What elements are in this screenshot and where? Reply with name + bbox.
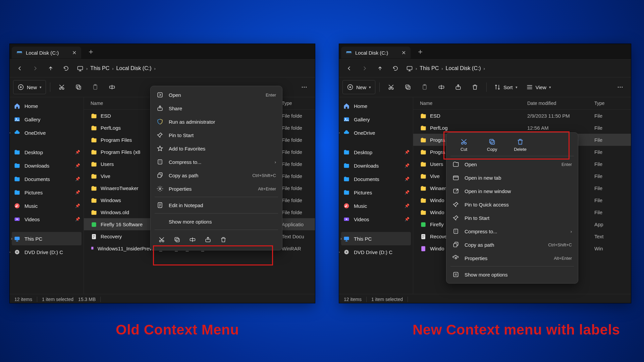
forward-button[interactable] — [357, 61, 372, 76]
back-button[interactable] — [12, 61, 27, 76]
ctx-compress[interactable]: Compress to... › — [153, 155, 280, 169]
sidebar-item-desktop[interactable]: Desktop 📌 — [339, 145, 413, 159]
sidebar: Home Gallery › OneDrive Desktop 📌 — [10, 97, 84, 294]
sidebar-item-onedrive[interactable]: › OneDrive — [10, 126, 84, 139]
sidebar-item-music[interactable]: Music 📌 — [10, 199, 84, 213]
breadcrumb-thispc[interactable]: This PC — [420, 65, 439, 71]
sidebar-item-pictures[interactable]: Pictures 📌 — [10, 186, 84, 199]
sidebar-item-dvd[interactable]: › DVD Drive (D:) C — [10, 245, 84, 259]
ctx-cut-labeled[interactable]: Cut — [454, 138, 474, 152]
sidebar-item-documents[interactable]: Documents 📌 — [339, 172, 413, 186]
tab-active[interactable]: Local Disk (C:) ✕ — [12, 47, 81, 59]
ctx-compress[interactable]: Compress to... › — [448, 225, 576, 238]
breadcrumb-drive[interactable]: Local Disk (C:) — [446, 65, 481, 71]
breadcrumb-thispc[interactable]: This PC — [90, 65, 109, 71]
cut-button[interactable] — [384, 80, 398, 94]
ctx-delete-icon[interactable] — [218, 234, 229, 245]
ctx-share[interactable]: Share — [153, 102, 280, 115]
tab-active[interactable]: Local Disk (C:) ✕ — [341, 47, 411, 59]
ctx-pin-start[interactable]: Pin to Start — [448, 211, 576, 225]
rename-button[interactable] — [434, 80, 449, 94]
ctx-add-favorites[interactable]: Add to Favorites — [153, 142, 280, 155]
ctx-pin-quick-access[interactable]: Pin to Quick access — [448, 198, 576, 211]
ctx-cut-icon[interactable] — [156, 234, 167, 245]
sidebar-item-downloads[interactable]: Downloads 📌 — [10, 159, 84, 172]
svg-rect-21 — [92, 222, 96, 227]
sidebar-item-gallery[interactable]: Gallery — [339, 113, 413, 126]
header-date[interactable]: Date modified — [527, 101, 594, 106]
header-name[interactable]: Name — [413, 101, 527, 106]
sidebar-item-home[interactable]: Home — [339, 99, 413, 113]
sidebar-item-home[interactable]: Home — [10, 99, 84, 113]
sort-button[interactable]: Sort ▾ — [491, 80, 521, 94]
breadcrumb[interactable]: › This PC › Local Disk (C:) › — [77, 65, 156, 72]
new-button[interactable]: New ▾ — [342, 80, 375, 94]
new-tab-button[interactable]: ＋ — [87, 47, 95, 57]
ctx-delete-labeled[interactable]: Delete — [510, 138, 530, 152]
sidebar-item-documents[interactable]: Documents 📌 — [10, 172, 84, 186]
ctx-copy-path[interactable]: Copy as path Ctrl+Shift+C — [153, 169, 280, 182]
paste-button[interactable] — [417, 80, 432, 94]
sidebar-item-pictures[interactable]: Pictures 📌 — [339, 186, 413, 199]
sidebar-item-dvd[interactable]: › DVD Drive (D:) C — [339, 245, 413, 259]
ctx-properties[interactable]: Properties Alt+Enter — [153, 182, 280, 195]
ctx-copy-labeled[interactable]: Copy — [482, 138, 502, 152]
sidebar-item-thispc[interactable]: › This PC — [12, 232, 82, 245]
ctx-open-tab[interactable]: Open in new tab — [448, 171, 576, 184]
file-name: Windo — [430, 197, 444, 203]
view-button[interactable]: View ▾ — [523, 80, 554, 94]
sidebar-item-onedrive[interactable]: › OneDrive — [339, 126, 413, 139]
ctx-properties[interactable]: Properties Alt+Enter — [448, 251, 576, 265]
ctx-open-window[interactable]: Open in new window — [448, 184, 576, 198]
new-tab-button[interactable]: ＋ — [417, 47, 424, 57]
sidebar-item-label: Music — [354, 203, 367, 209]
ctx-pin-start[interactable]: Pin to Start — [153, 128, 280, 142]
ctx-edit-notepad[interactable]: Edit in Notepad — [153, 198, 280, 212]
ctx-run-admin[interactable]: Run as administrator — [153, 115, 280, 128]
cut-button[interactable] — [54, 80, 69, 94]
sidebar-item-label: Videos — [24, 217, 40, 222]
close-icon[interactable]: ✕ — [401, 50, 406, 56]
ctx-show-more[interactable]: Show more options — [153, 215, 280, 228]
close-icon[interactable]: ✕ — [72, 50, 76, 56]
breadcrumb-drive[interactable]: Local Disk (C:) — [116, 65, 152, 71]
forward-button[interactable] — [28, 61, 43, 76]
table-row[interactable]: PerfLog 12:56 AM File — [413, 122, 631, 134]
ctx-show-more[interactable]: Show more options — [448, 268, 576, 281]
copy-button[interactable] — [71, 80, 86, 94]
share-button[interactable] — [451, 80, 466, 94]
table-row[interactable]: ESD 2/9/2023 11:50 PM File — [413, 110, 631, 122]
breadcrumb[interactable]: › This PC › Local Disk (C:) › — [406, 65, 485, 72]
sidebar-item-downloads[interactable]: Downloads 📌 — [339, 159, 413, 172]
ctx-copy-icon[interactable] — [171, 234, 183, 245]
ctx-opentab-label: Open in new tab — [465, 175, 501, 181]
paste-button[interactable] — [88, 80, 103, 94]
header-type[interactable]: Type — [282, 101, 315, 106]
copy-button[interactable] — [400, 80, 415, 94]
sidebar-item-music[interactable]: Music 📌 — [339, 199, 413, 213]
up-button[interactable] — [373, 61, 387, 76]
ctx-copy-path[interactable]: Copy as path Ctrl+Shift+C — [448, 238, 576, 251]
ctx-share-icon[interactable] — [202, 234, 214, 245]
refresh-button[interactable] — [59, 61, 73, 76]
ctx-open[interactable]: Open Enter — [448, 158, 576, 171]
more-button[interactable] — [297, 80, 312, 94]
header-type[interactable]: Type — [594, 101, 631, 106]
sidebar-item-videos[interactable]: Videos 📌 — [339, 213, 413, 226]
ctx-open[interactable]: Open Enter — [153, 88, 280, 102]
file-name: ESD — [430, 113, 440, 119]
more-button[interactable] — [613, 80, 628, 94]
new-button[interactable]: New ▾ — [13, 80, 46, 94]
rename-button[interactable] — [105, 80, 119, 94]
sidebar-item-gallery[interactable]: Gallery — [10, 113, 84, 126]
ctx-rename-icon[interactable] — [187, 234, 198, 245]
delete-button[interactable] — [468, 80, 482, 94]
sidebar-item-thispc[interactable]: › This PC — [341, 232, 411, 245]
sidebar-item-desktop[interactable]: Desktop 📌 — [10, 145, 84, 159]
sidebar-item-label: Home — [24, 103, 38, 109]
refresh-button[interactable] — [388, 61, 403, 76]
sidebar-item-videos[interactable]: Videos 📌 — [10, 213, 84, 226]
sidebar-item-label: Gallery — [24, 117, 41, 122]
back-button[interactable] — [342, 61, 357, 76]
up-button[interactable] — [43, 61, 58, 76]
